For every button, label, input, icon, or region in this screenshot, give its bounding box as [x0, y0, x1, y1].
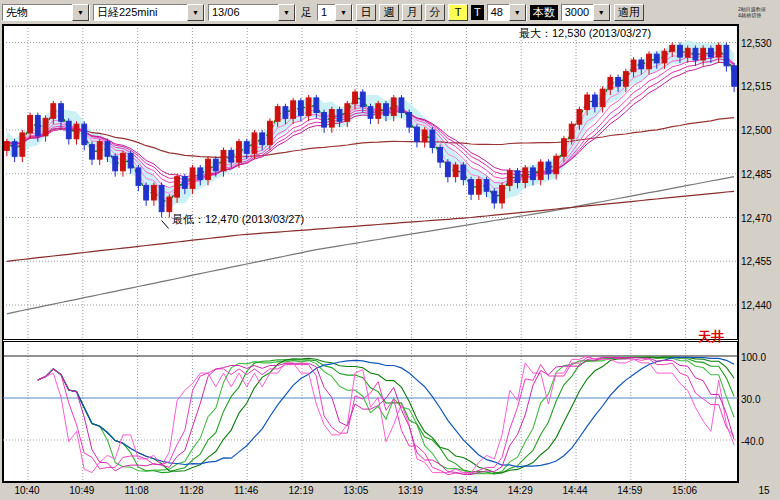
time-axis-label: 12:19 [281, 485, 321, 496]
contract-month-select[interactable]: 13/06 ▼ [208, 4, 296, 21]
oscillator-axis-label: -40.0 [741, 436, 764, 447]
dropdown-arrow-icon: ▼ [593, 4, 610, 21]
time-axis-label: 15:06 [665, 485, 705, 496]
tick-count-select[interactable]: 48 ▼ [487, 4, 527, 21]
price-axis: 12,53012,51512,50012,48512,47012,45512,4… [739, 24, 780, 483]
min-annotation: 最低：12,470 (2013/03/27) [172, 212, 304, 227]
bars-badge: 本数 [530, 5, 558, 20]
dropdown-arrow-icon: ▼ [187, 4, 204, 21]
period-week-button[interactable]: 週 [379, 4, 399, 21]
dropdown-arrow-icon: ▼ [278, 4, 295, 21]
time-axis-label: 15 [744, 485, 780, 496]
period-day-button[interactable]: 日 [356, 4, 376, 21]
time-axis-label: 14:59 [610, 485, 650, 496]
price-chart[interactable] [3, 25, 738, 340]
symbol-select[interactable]: 日経225mini ▼ [93, 4, 205, 21]
market-select-value: 先物 [3, 5, 72, 20]
price-axis-label: 12,530 [741, 38, 772, 49]
price-axis-label: 12,500 [741, 125, 772, 136]
bars-count-select[interactable]: 3000 ▼ [561, 4, 611, 21]
price-axis-label: 12,485 [741, 169, 772, 180]
oscillator-axis-label: 100.0 [741, 352, 766, 363]
tick-badge: T [471, 5, 484, 20]
period-month-button[interactable]: 月 [402, 4, 422, 21]
ceiling-label: 天井 [698, 328, 724, 346]
corner-note-line2: &銘柄切替 [738, 12, 778, 18]
time-axis-label: 11:46 [226, 485, 266, 496]
symbol-select-value: 日経225mini [94, 5, 187, 20]
dropdown-arrow-icon: ▼ [509, 4, 526, 21]
toolbar: 先物 ▼ 日経225mini ▼ 13/06 ▼ 足 1 ▼ 日 週 月 分 T… [0, 0, 780, 23]
time-axis-label: 13:19 [391, 485, 431, 496]
max-annotation: 最大：12,530 (2013/03/27) [519, 26, 651, 41]
tick-count-value: 48 [488, 6, 509, 18]
period-minute-button[interactable]: 分 [425, 4, 445, 21]
period-tick-button[interactable]: T [448, 4, 468, 21]
chart-area: 最大：12,530 (2013/03/27) 最低：12,470 (2013/0… [2, 24, 739, 483]
time-axis-label: 13:54 [445, 485, 485, 496]
contract-month-value: 13/06 [209, 6, 278, 18]
bar-type-label: 足 [299, 5, 314, 20]
interval-select[interactable]: 1 ▼ [317, 4, 353, 21]
dropdown-arrow-icon: ▼ [335, 4, 352, 21]
oscillator-axis-label: 30.0 [741, 394, 760, 405]
dropdown-arrow-icon: ▼ [72, 4, 89, 21]
price-axis-label: 12,470 [741, 213, 772, 224]
bars-count-value: 3000 [562, 6, 593, 18]
price-axis-label: 12,515 [741, 81, 772, 92]
time-axis-label: 14:29 [500, 485, 540, 496]
time-axis-label: 10:40 [7, 485, 47, 496]
time-axis: 10:4010:4911:0811:2811:4612:1913:0513:19… [0, 483, 780, 500]
price-axis-label: 12,440 [741, 300, 772, 311]
time-axis-label: 14:44 [555, 485, 595, 496]
price-axis-label: 12,455 [741, 256, 772, 267]
time-axis-label: 11:08 [117, 485, 157, 496]
time-axis-label: 10:49 [62, 485, 102, 496]
market-select[interactable]: 先物 ▼ [2, 4, 90, 21]
oscillator-chart[interactable] [3, 341, 738, 482]
time-axis-label: 13:05 [336, 485, 376, 496]
apply-button[interactable]: 適用 [614, 4, 644, 21]
time-axis-label: 11:28 [171, 485, 211, 496]
interval-value: 1 [318, 6, 335, 18]
corner-note: 2軸目盛数値 &銘柄切替 [738, 6, 778, 18]
